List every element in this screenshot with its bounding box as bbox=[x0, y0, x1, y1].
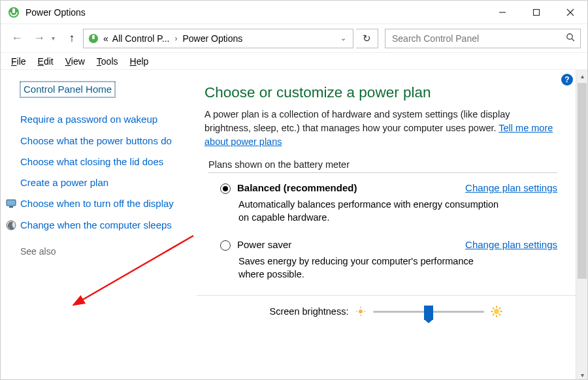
minimize-button[interactable] bbox=[485, 1, 519, 24]
breadcrumb-sep-icon: › bbox=[174, 34, 177, 43]
main-panel: ? Choose or customize a power plan A pow… bbox=[197, 70, 576, 380]
content-area: Control Panel Home Require a password on… bbox=[1, 70, 587, 380]
plan-name[interactable]: Balanced (recommended) bbox=[237, 182, 357, 193]
svg-line-23 bbox=[493, 308, 495, 309]
scrollbar[interactable]: ▴ ▾ bbox=[576, 70, 587, 380]
address-icon bbox=[88, 33, 99, 44]
brightness-slider[interactable] bbox=[373, 305, 484, 318]
plan-description: Saves energy by reducing your computer's… bbox=[238, 255, 500, 281]
menu-view[interactable]: View bbox=[60, 55, 90, 68]
radio-power-saver[interactable] bbox=[220, 240, 231, 251]
svg-rect-11 bbox=[9, 206, 13, 208]
svg-rect-7 bbox=[92, 35, 95, 39]
sidebar-link-computer-sleeps[interactable]: Change when the computer sleeps bbox=[20, 219, 188, 232]
sun-dim-icon bbox=[355, 306, 367, 317]
menu-file[interactable]: File bbox=[6, 55, 31, 68]
power-plan-saver: Power saver Change plan settings Saves e… bbox=[220, 239, 557, 281]
page-title: Choose or customize a power plan bbox=[204, 84, 557, 101]
menu-help[interactable]: Help bbox=[125, 55, 154, 68]
sun-bright-icon bbox=[491, 306, 502, 317]
svg-line-25 bbox=[499, 308, 500, 309]
sidebar-home-link[interactable]: Control Panel Home bbox=[20, 82, 115, 97]
navbar: ← → ▾ ↑ « All Control P... › Power Optio… bbox=[1, 24, 587, 53]
radio-balanced[interactable] bbox=[220, 183, 231, 194]
sidebar-link-require-password[interactable]: Require a password on wakeup bbox=[20, 113, 188, 126]
svg-point-18 bbox=[495, 309, 500, 314]
nav-up-button[interactable]: ↑ bbox=[63, 30, 80, 47]
refresh-button[interactable]: ↻ bbox=[356, 29, 378, 48]
see-also-heading: See also bbox=[20, 246, 188, 257]
search-input[interactable] bbox=[391, 33, 575, 44]
nav-back-button[interactable]: ← bbox=[7, 29, 27, 48]
search-box[interactable] bbox=[385, 29, 581, 48]
maximize-button[interactable] bbox=[519, 1, 553, 24]
nav-forward-button[interactable]: → bbox=[29, 29, 49, 48]
sidebar-link-label: Change when the computer sleeps bbox=[20, 219, 172, 230]
scroll-thumb[interactable] bbox=[578, 83, 587, 279]
sidebar-link-turn-off-display[interactable]: Choose when to turn off the display bbox=[20, 197, 188, 210]
titlebar: Power Options bbox=[1, 1, 587, 24]
menu-tools[interactable]: Tools bbox=[91, 55, 123, 68]
desc-text: A power plan is a collection of hardware… bbox=[204, 109, 510, 133]
svg-rect-3 bbox=[534, 9, 540, 15]
sidebar-link-closing-lid[interactable]: Choose what closing the lid does bbox=[20, 155, 188, 168]
svg-rect-1 bbox=[12, 8, 15, 13]
nav-history-dropdown[interactable]: ▾ bbox=[52, 35, 61, 42]
page-description: A power plan is a collection of hardware… bbox=[204, 108, 557, 149]
breadcrumb-root-glyph[interactable]: « bbox=[103, 33, 108, 44]
menubar: File Edit View Tools Help bbox=[1, 53, 587, 70]
scroll-down-icon[interactable]: ▾ bbox=[576, 369, 588, 380]
help-icon[interactable]: ? bbox=[561, 74, 573, 86]
breadcrumb-item-0[interactable]: All Control P... bbox=[112, 33, 170, 44]
menu-edit[interactable]: Edit bbox=[33, 55, 59, 68]
svg-line-9 bbox=[572, 39, 574, 41]
search-icon[interactable] bbox=[566, 33, 575, 44]
plan-description: Automatically balances performance with … bbox=[238, 198, 500, 225]
address-bar[interactable]: « All Control P... › Power Options ⌄ bbox=[83, 29, 353, 48]
plans-section-label: Plans shown on the battery meter bbox=[208, 159, 557, 170]
slider-thumb[interactable] bbox=[424, 306, 433, 320]
scroll-up-icon[interactable]: ▴ bbox=[576, 70, 588, 82]
moon-icon bbox=[6, 220, 16, 230]
change-settings-link-balanced[interactable]: Change plan settings bbox=[465, 182, 557, 193]
svg-rect-10 bbox=[7, 200, 16, 206]
window-controls bbox=[485, 1, 587, 24]
plan-name[interactable]: Power saver bbox=[237, 239, 291, 250]
svg-line-24 bbox=[499, 314, 500, 315]
power-plan-balanced: Balanced (recommended) Change plan setti… bbox=[220, 182, 557, 225]
breadcrumb-item-1[interactable]: Power Options bbox=[182, 33, 242, 44]
sidebar-link-label: Choose when to turn off the display bbox=[20, 198, 174, 209]
brightness-label: Screen brightness: bbox=[270, 306, 349, 317]
app-icon bbox=[7, 6, 20, 19]
sidebar-link-create-plan[interactable]: Create a power plan bbox=[20, 176, 188, 189]
window-title: Power Options bbox=[25, 7, 86, 18]
sidebar-link-power-buttons[interactable]: Choose what the power buttons do bbox=[20, 135, 188, 148]
change-settings-link-saver[interactable]: Change plan settings bbox=[465, 239, 557, 250]
sidebar: Control Panel Home Require a password on… bbox=[1, 70, 197, 380]
svg-point-13 bbox=[359, 309, 363, 313]
brightness-bar: Screen brightness: bbox=[197, 295, 576, 326]
address-dropdown-icon[interactable]: ⌄ bbox=[338, 34, 349, 42]
svg-line-26 bbox=[493, 314, 495, 315]
svg-point-8 bbox=[567, 34, 572, 39]
divider bbox=[208, 172, 557, 173]
close-button[interactable] bbox=[553, 1, 587, 24]
monitor-icon bbox=[6, 198, 16, 209]
